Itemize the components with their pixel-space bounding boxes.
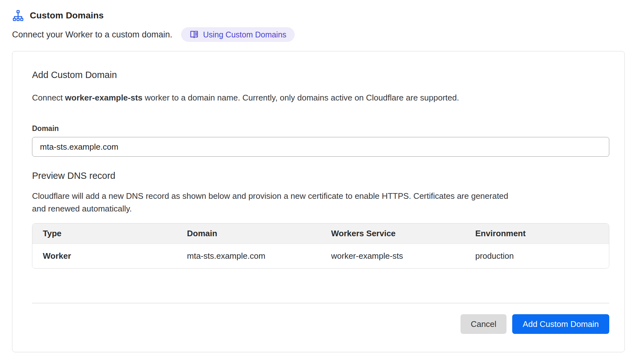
book-open-icon	[189, 30, 199, 39]
column-header-workers-service: Workers Service	[321, 224, 465, 244]
add-custom-domain-button[interactable]: Add Custom Domain	[512, 314, 609, 334]
column-header-type: Type	[32, 224, 177, 244]
page-subtitle-row: Connect your Worker to a custom domain. …	[12, 27, 625, 42]
sitemap-icon	[12, 10, 24, 22]
domain-input[interactable]	[32, 137, 609, 157]
domain-field-label: Domain	[32, 124, 609, 133]
worker-name: worker-example-sts	[65, 93, 142, 102]
column-header-environment: Environment	[465, 224, 609, 244]
cell-domain: mta-sts.example.com	[177, 244, 321, 268]
docs-link-badge[interactable]: Using Custom Domains	[181, 27, 295, 42]
column-header-domain: Domain	[177, 224, 321, 244]
card-heading: Add Custom Domain	[32, 69, 609, 81]
page-header: Custom Domains	[12, 9, 625, 22]
table-row: Worker mta-sts.example.com worker-exampl…	[32, 244, 609, 268]
page-subtitle: Connect your Worker to a custom domain.	[12, 30, 172, 40]
card-description: Connect worker-example-sts worker to a d…	[32, 91, 609, 104]
docs-link-label: Using Custom Domains	[203, 30, 286, 39]
cancel-button[interactable]: Cancel	[461, 314, 507, 334]
add-custom-domain-card: Add Custom Domain Connect worker-example…	[12, 51, 625, 352]
table-header-row: Type Domain Workers Service Environment	[32, 224, 609, 244]
footer-divider	[32, 303, 609, 303]
page-title: Custom Domains	[30, 10, 104, 21]
dns-preview-table: Type Domain Workers Service Environment …	[32, 223, 609, 269]
cell-environment: production	[465, 244, 609, 268]
preview-dns-description: Cloudflare will add a new DNS record as …	[32, 190, 514, 215]
footer-actions: Cancel Add Custom Domain	[32, 314, 609, 334]
cell-workers-service: worker-example-sts	[321, 244, 465, 268]
cell-type: Worker	[32, 244, 177, 268]
preview-dns-heading: Preview DNS record	[32, 170, 609, 181]
